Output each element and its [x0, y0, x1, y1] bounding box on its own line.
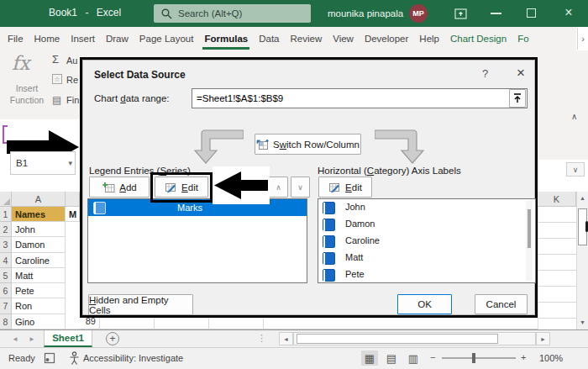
macro-record-icon[interactable]: [44, 352, 55, 364]
cell-a6[interactable]: Pete: [12, 283, 66, 298]
dialog-help-button[interactable]: ?: [482, 67, 488, 80]
hscroll-right-icon[interactable]: ►: [536, 332, 550, 345]
cell-a3[interactable]: Damon: [12, 237, 66, 253]
switch-row-column-button[interactable]: Switch Row/Column: [255, 134, 361, 155]
formula-bar-expand-icon[interactable]: ∨: [566, 162, 585, 177]
sheet-tab-sheet1[interactable]: Sheet1: [44, 330, 92, 347]
autosum-sigma-icon[interactable]: Σ: [52, 53, 59, 66]
horizontal-scrollbar[interactable]: [293, 332, 536, 345]
hscroll-left-icon[interactable]: ◄: [279, 332, 293, 345]
row-header-3[interactable]: 3: [0, 237, 12, 253]
zoom-out-button[interactable]: −: [430, 352, 435, 362]
row-header-2[interactable]: 2: [0, 222, 12, 237]
search-input[interactable]: Search (Alt+Q): [154, 4, 311, 23]
sheet-prev-icon[interactable]: ◄: [12, 335, 18, 343]
insert-function-icon[interactable]: fx: [12, 52, 29, 74]
tab-data[interactable]: Data: [259, 34, 279, 44]
column-header-b-clipped[interactable]: [66, 192, 80, 207]
zoom-slider-track[interactable]: [442, 357, 516, 359]
category-list-scrollbar[interactable]: [526, 201, 533, 281]
add-series-button[interactable]: Add: [89, 177, 150, 198]
financial-label[interactable]: Fin: [66, 95, 79, 105]
category-checkbox[interactable]: [323, 235, 335, 248]
cell-a7[interactable]: Ron: [12, 298, 66, 314]
tab-draw[interactable]: Draw: [106, 34, 129, 44]
chart-data-range-input[interactable]: =Sheet1!$A$1:$B$9: [192, 88, 528, 108]
scroll-up-icon[interactable]: ▲: [577, 192, 588, 205]
cell-a2[interactable]: John: [12, 222, 66, 237]
column-header-k[interactable]: K: [538, 192, 576, 207]
cell-a4[interactable]: Caroline: [12, 253, 66, 268]
tab-splitter-icon[interactable]: ⋮: [257, 333, 266, 344]
row-header-1[interactable]: 1: [0, 207, 12, 222]
category-checkbox[interactable]: [323, 252, 335, 265]
tab-chart-design[interactable]: Chart Design: [450, 34, 507, 44]
category-item[interactable]: Damon: [318, 216, 535, 233]
maximize-button[interactable]: [527, 8, 536, 18]
category-item[interactable]: John: [318, 199, 535, 216]
category-item[interactable]: Matt: [318, 250, 535, 266]
tab-page-layout[interactable]: Page Layout: [139, 34, 194, 44]
series-move-down-button[interactable]: ∨: [291, 177, 310, 198]
column-header-a[interactable]: A: [12, 192, 66, 207]
category-list-scrollbar-thumb[interactable]: [528, 209, 531, 248]
zoom-level[interactable]: 100%: [539, 353, 563, 363]
sheet-next-icon[interactable]: ►: [29, 335, 35, 343]
view-normal-button[interactable]: ▦: [361, 351, 378, 366]
category-checkbox[interactable]: [323, 269, 335, 282]
cell-a8[interactable]: Gino: [12, 314, 66, 329]
ok-button[interactable]: OK: [397, 294, 452, 314]
horizontal-scrollbar-thumb[interactable]: [297, 334, 498, 344]
category-item[interactable]: Pete: [318, 266, 535, 283]
tab-review[interactable]: Review: [290, 34, 322, 44]
tab-developer[interactable]: Developer: [365, 34, 408, 44]
zoom-slider-thumb[interactable]: [472, 353, 475, 363]
view-page-layout-button[interactable]: ▤: [383, 351, 400, 366]
cancel-button[interactable]: Cancel: [475, 294, 528, 314]
row-header-7[interactable]: 7: [0, 298, 12, 314]
row-header-5[interactable]: 5: [0, 268, 12, 283]
name-box[interactable]: B1 ▾: [10, 151, 76, 175]
category-item[interactable]: Caroline: [318, 233, 535, 250]
name-box-dropdown-icon[interactable]: ▾: [68, 159, 75, 167]
financial-icon[interactable]: ▤: [52, 94, 61, 106]
category-checkbox[interactable]: [323, 202, 335, 214]
insert-function-button[interactable]: Insert Function: [0, 82, 54, 106]
category-checkbox[interactable]: [323, 219, 335, 231]
tab-overflow-chevron-icon[interactable]: ›: [577, 28, 588, 50]
accessibility-icon[interactable]: [69, 351, 80, 365]
recently-used-label[interactable]: Re: [66, 75, 78, 85]
status-accessibility[interactable]: Accessibility: Investigate: [83, 353, 183, 363]
category-labels-list[interactable]: John Damon Caroline Matt Pete: [318, 198, 536, 283]
series-move-up-button[interactable]: ∧: [269, 177, 288, 198]
tab-help[interactable]: Help: [419, 34, 439, 44]
legend-entries-list[interactable]: Marks: [87, 198, 307, 283]
cell-b1-clipped[interactable]: M: [66, 207, 80, 222]
autosum-label[interactable]: Au: [66, 55, 77, 66]
tab-format-clipped[interactable]: Fo: [517, 34, 528, 44]
row-header-8[interactable]: 8: [0, 314, 12, 329]
tab-view[interactable]: View: [333, 34, 354, 44]
tab-formulas[interactable]: Formulas: [204, 34, 248, 44]
tab-insert[interactable]: Insert: [71, 34, 95, 44]
vertical-scrollbar[interactable]: ▲ ▼: [576, 192, 588, 329]
collapse-dialog-button[interactable]: [509, 89, 526, 108]
tab-home[interactable]: Home: [34, 34, 60, 44]
marks-checkbox[interactable]: [93, 202, 106, 214]
cell-a1[interactable]: Names: [12, 207, 66, 222]
select-all-corner[interactable]: [0, 192, 12, 207]
view-page-break-button[interactable]: ▥: [405, 351, 422, 366]
edit-category-button[interactable]: Edit: [318, 177, 372, 198]
new-sheet-button[interactable]: +: [106, 332, 119, 345]
minimize-button[interactable]: [491, 13, 501, 14]
ribbon-display-options-button[interactable]: [454, 8, 467, 19]
ribbon-collapse-icon[interactable]: ∧: [571, 112, 577, 121]
dialog-close-button[interactable]: ×: [517, 65, 525, 82]
scroll-down-icon[interactable]: ▼: [577, 316, 588, 329]
avatar[interactable]: MP: [409, 4, 428, 23]
zoom-in-button[interactable]: +: [521, 352, 526, 362]
hidden-empty-cells-button[interactable]: Hidden and Empty Cells: [88, 294, 193, 315]
row-header-6[interactable]: 6: [0, 283, 12, 298]
tab-file[interactable]: File: [8, 34, 24, 44]
recently-used-icon[interactable]: ☆: [52, 74, 62, 84]
